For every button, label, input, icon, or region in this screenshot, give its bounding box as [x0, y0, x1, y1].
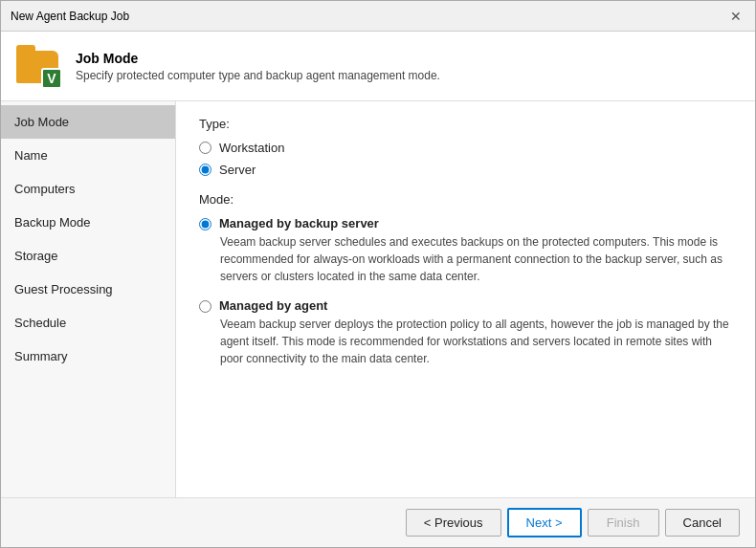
type-workstation-row[interactable]: Workstation	[199, 141, 732, 155]
sidebar-item-summary[interactable]: Summary	[1, 340, 175, 373]
close-button[interactable]: ✕	[726, 7, 745, 26]
mode-managed-server-radio[interactable]	[199, 218, 211, 230]
sidebar-item-schedule[interactable]: Schedule	[1, 306, 175, 340]
header-area: V Job Mode Specify protected computer ty…	[1, 32, 755, 101]
sidebar-item-storage[interactable]: Storage	[1, 239, 175, 273]
mode-managed-agent-option: Managed by agent Veeam backup server dep…	[199, 298, 732, 367]
sidebar: Job Mode Name Computers Backup Mode Stor…	[1, 101, 176, 497]
header-title: Job Mode	[76, 51, 740, 66]
header-icon: V	[16, 43, 62, 89]
sidebar-item-name[interactable]: Name	[1, 139, 175, 172]
mode-managed-server-option: Managed by backup server Veeam backup se…	[199, 216, 732, 285]
mode-managed-server-title: Managed by backup server	[219, 216, 379, 230]
type-workstation-radio[interactable]	[199, 142, 211, 154]
check-badge-icon: V	[41, 68, 62, 89]
footer: < Previous Next > Finish Cancel	[1, 497, 755, 547]
mode-managed-agent-desc: Veeam backup server deploys the protecti…	[220, 316, 732, 367]
mode-managed-server-desc: Veeam backup server schedules and execut…	[220, 233, 732, 285]
sidebar-item-job-mode[interactable]: Job Mode	[1, 105, 175, 139]
sidebar-item-computers[interactable]: Computers	[1, 172, 175, 206]
mode-managed-agent-radio[interactable]	[199, 300, 211, 313]
content-area: Type: Workstation Server Mode: Managed b…	[176, 101, 755, 497]
previous-button[interactable]: < Previous	[406, 509, 501, 537]
finish-button[interactable]: Finish	[588, 509, 659, 537]
type-server-radio[interactable]	[199, 164, 211, 176]
cancel-button[interactable]: Cancel	[665, 509, 740, 537]
mode-managed-agent-header: Managed by agent	[199, 298, 732, 313]
type-workstation-label: Workstation	[219, 141, 284, 155]
main-area: Job Mode Name Computers Backup Mode Stor…	[1, 101, 755, 497]
sidebar-item-guest-processing[interactable]: Guest Processing	[1, 273, 175, 306]
mode-managed-server-header: Managed by backup server	[199, 216, 732, 230]
mode-section-label: Mode:	[199, 192, 732, 207]
next-button[interactable]: Next >	[507, 508, 582, 537]
dialog-window: New Agent Backup Job ✕ V Job Mode Specif…	[0, 0, 756, 548]
title-bar: New Agent Backup Job ✕	[1, 1, 755, 32]
mode-managed-agent-title: Managed by agent	[219, 298, 327, 313]
type-server-label: Server	[219, 163, 256, 177]
header-text: Job Mode Specify protected computer type…	[76, 51, 740, 82]
sidebar-item-backup-mode[interactable]: Backup Mode	[1, 206, 175, 239]
header-subtitle: Specify protected computer type and back…	[76, 69, 740, 82]
type-radio-group: Workstation Server	[199, 141, 732, 177]
dialog-title: New Agent Backup Job	[11, 10, 129, 23]
type-section-label: Type:	[199, 117, 732, 131]
type-server-row[interactable]: Server	[199, 163, 732, 177]
